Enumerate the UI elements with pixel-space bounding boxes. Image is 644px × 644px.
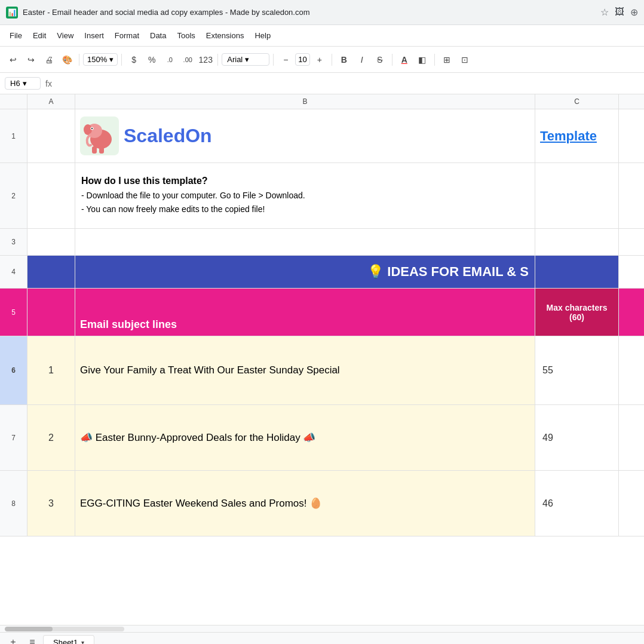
- entry-number-1: 1: [48, 365, 54, 376]
- fill-color-button[interactable]: ◧: [414, 51, 431, 68]
- scroll-thumb[interactable]: [5, 627, 53, 631]
- menu-view[interactable]: View: [52, 29, 78, 42]
- entry-text-3: EGG-CITING Easter Weekend Sales and Prom…: [80, 497, 322, 510]
- cell-c2[interactable]: [535, 163, 619, 228]
- chrome-icons: ☆ 🖼 ⊕: [600, 7, 638, 18]
- col-header-a[interactable]: A: [27, 94, 75, 109]
- menu-extensions[interactable]: Extensions: [201, 29, 249, 42]
- toolbar-divider-4: [273, 54, 274, 66]
- cell-a6[interactable]: 1: [27, 336, 75, 404]
- format-123-button[interactable]: 123: [197, 51, 214, 68]
- bookmark-icon[interactable]: ☆: [600, 7, 609, 18]
- logo-text: ScaledOn: [124, 125, 212, 147]
- cell-ref-dropdown[interactable]: ▾: [23, 79, 27, 88]
- cell-a2[interactable]: [27, 163, 75, 228]
- row-header-5[interactable]: 5: [0, 289, 27, 336]
- font-size-decrease-button[interactable]: −: [277, 51, 294, 68]
- cell-b1[interactable]: ScaledOn: [75, 109, 535, 162]
- cell-a8[interactable]: 3: [27, 471, 75, 536]
- toolbar: ↩ ↪ 🖨 🎨 150% ▾ $ % .0 .00 123 Arial ▾ − …: [0, 47, 644, 73]
- cell-a5[interactable]: [27, 289, 75, 336]
- font-size-control[interactable]: 10: [295, 53, 309, 66]
- corner-cell: [0, 94, 27, 109]
- redo-button[interactable]: ↪: [23, 51, 39, 68]
- menu-data[interactable]: Data: [145, 29, 171, 42]
- text-color-button[interactable]: A: [396, 51, 413, 68]
- row-header-7[interactable]: 7: [0, 405, 27, 470]
- font-family-control[interactable]: Arial ▾: [222, 53, 269, 66]
- entry-number-3: 3: [48, 498, 54, 509]
- cell-b8[interactable]: EGG-CITING Easter Weekend Sales and Prom…: [75, 471, 535, 536]
- menu-format[interactable]: Format: [110, 29, 144, 42]
- entry-count-2: 49: [542, 433, 553, 443]
- scaledon-logo-elephant: [80, 116, 119, 155]
- sheet-tab-dropdown-icon[interactable]: ▾: [81, 639, 84, 645]
- cell-c1[interactable]: Template: [535, 109, 619, 162]
- cell-b4[interactable]: 💡 IDEAS FOR EMAIL & S: [75, 256, 535, 288]
- row-header-2[interactable]: 2: [0, 163, 27, 228]
- cell-c7[interactable]: 49: [535, 405, 619, 470]
- cell-c5[interactable]: Max characters (60): [535, 289, 619, 336]
- cell-c3[interactable]: [535, 229, 619, 255]
- col-header-b[interactable]: B: [75, 94, 535, 109]
- cell-b3[interactable]: [75, 229, 535, 255]
- row-header-4[interactable]: 4: [0, 256, 27, 288]
- svg-rect-7: [99, 146, 104, 154]
- font-size-value: 10: [298, 55, 306, 64]
- screenshot-icon[interactable]: 🖼: [615, 7, 624, 18]
- cell-b6[interactable]: Give Your Family a Treat With Our Easter…: [75, 336, 535, 404]
- entry-count-1: 55: [542, 365, 553, 376]
- sheet-menu-button[interactable]: ≡: [24, 634, 41, 645]
- percent-button[interactable]: %: [143, 51, 160, 68]
- logo-container: ScaledOn: [80, 116, 212, 155]
- undo-button[interactable]: ↩: [5, 51, 22, 68]
- template-link[interactable]: Template: [540, 128, 597, 144]
- italic-button[interactable]: I: [354, 51, 370, 68]
- zoom-dropdown-icon: ▾: [109, 55, 114, 64]
- cell-a4[interactable]: [27, 256, 75, 288]
- cell-a1[interactable]: [27, 109, 75, 162]
- cell-c6[interactable]: 55: [535, 336, 619, 404]
- add-sheet-button[interactable]: +: [5, 634, 22, 645]
- cell-c8[interactable]: 46: [535, 471, 619, 536]
- menu-insert[interactable]: Insert: [79, 29, 109, 42]
- extension-icon[interactable]: ⊕: [630, 7, 638, 18]
- menu-tools[interactable]: Tools: [172, 29, 200, 42]
- cell-b2[interactable]: How do I use this template? - Download t…: [75, 163, 535, 228]
- menu-file[interactable]: File: [5, 29, 27, 42]
- row-header-3[interactable]: 3: [0, 229, 27, 255]
- merge-button[interactable]: ⊡: [456, 51, 473, 68]
- sheet-tab-label: Sheet1: [53, 638, 78, 645]
- decimal-less-button[interactable]: .0: [161, 51, 178, 68]
- row-header-1[interactable]: 1: [0, 109, 27, 162]
- font-size-increase-button[interactable]: +: [311, 51, 328, 68]
- zoom-control[interactable]: 150% ▾: [83, 53, 118, 66]
- paint-format-button[interactable]: 🎨: [59, 51, 75, 68]
- data-rows: 1: [0, 109, 644, 625]
- cell-a3[interactable]: [27, 229, 75, 255]
- currency-button[interactable]: $: [125, 51, 142, 68]
- cell-b7[interactable]: 📣 Easter Bunny-Approved Deals for the Ho…: [75, 405, 535, 470]
- toolbar-divider-7: [434, 54, 435, 66]
- max-chars-label: Max characters (60): [540, 303, 614, 322]
- chrome-title: Easter - Email header and social media a…: [23, 8, 596, 17]
- formula-input[interactable]: [57, 79, 639, 88]
- menu-help[interactable]: Help: [250, 29, 275, 42]
- strikethrough-button[interactable]: S: [372, 51, 388, 68]
- sheet-tab-1[interactable]: Sheet1 ▾: [43, 635, 94, 645]
- cell-a7[interactable]: 2: [27, 405, 75, 470]
- print-button[interactable]: 🖨: [41, 51, 57, 68]
- cell-b5[interactable]: Email subject lines: [75, 289, 535, 336]
- instructions-title: How do I use this template?: [81, 176, 529, 186]
- table-row: 6 1 Give Your Family a Treat With Our Ea…: [0, 336, 644, 405]
- menu-edit[interactable]: Edit: [28, 29, 51, 42]
- scroll-track[interactable]: [5, 627, 124, 631]
- bold-button[interactable]: B: [336, 51, 352, 68]
- cell-c4[interactable]: [535, 256, 619, 288]
- borders-button[interactable]: ⊞: [438, 51, 455, 68]
- col-header-c[interactable]: C: [535, 94, 619, 109]
- cell-reference-box[interactable]: H6 ▾: [5, 77, 41, 90]
- decimal-more-button[interactable]: .00: [179, 51, 196, 68]
- row-header-6[interactable]: 6: [0, 336, 27, 404]
- row-header-8[interactable]: 8: [0, 471, 27, 536]
